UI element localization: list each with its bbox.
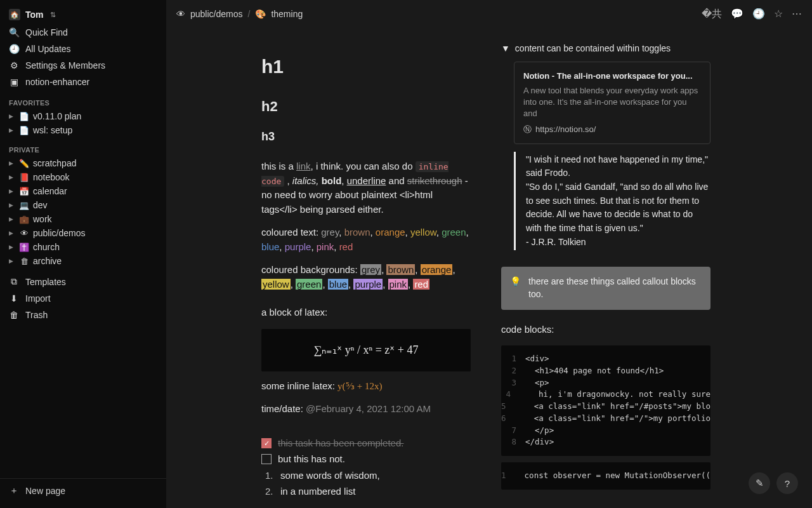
code-line: 5 <a class="link" href="/#posts">my blo <box>501 401 710 413</box>
all-updates-button[interactable]: 🕘 All Updates <box>0 41 166 57</box>
page-icon: ✝️ <box>19 243 29 252</box>
enhancer-button[interactable]: ▣ notion-enhancer <box>0 74 166 90</box>
breadcrumb[interactable]: 👁 public/demos / 🎨 theming <box>176 9 303 19</box>
rich-text-paragraph[interactable]: this is a link, i think. you can also do… <box>261 159 471 217</box>
pen-fab-icon[interactable]: ✎ <box>749 472 770 494</box>
page-icon: 📄 <box>19 126 29 135</box>
templates-label: Templates <box>25 277 66 287</box>
plus-icon: ＋ <box>9 485 19 497</box>
triangle-right-icon[interactable]: ▶ <box>9 216 15 222</box>
workspace-switcher[interactable]: 🏠 Tom ⇅ <box>0 5 166 24</box>
timedate-row[interactable]: time/date: @February 4, 2021 12:00 AM <box>261 402 471 417</box>
sidebar-favorite-item[interactable]: ▶📄v0.11.0 plan <box>0 109 166 123</box>
latex-block[interactable]: ∑ₙ₌₁ˣ yⁿ / xⁿ = zˣ + 47 <box>261 329 471 371</box>
bookmark-block[interactable]: Notion - The all-in-one workspace for yo… <box>514 62 710 144</box>
quick-find-label: Quick Find <box>25 27 68 37</box>
gear-icon: ⚙ <box>9 60 19 70</box>
code-block-html[interactable]: 1<div>2 <h1>404 page not found</h1>3 <p>… <box>501 345 710 456</box>
floating-buttons: ✎ ? <box>749 472 798 494</box>
colour-text-purple: purple <box>285 241 311 252</box>
triangle-down-icon[interactable]: ▼ <box>501 42 510 55</box>
breadcrumb-page[interactable]: theming <box>271 9 303 19</box>
sidebar-private-item[interactable]: ▶📅calendar <box>0 184 166 198</box>
sidebar-private-item[interactable]: ▶📕notebook <box>0 170 166 184</box>
sidebar-private-item[interactable]: ▶✏️scratchpad <box>0 156 166 170</box>
share-icon[interactable]: �共 <box>702 8 722 21</box>
star-icon[interactable]: ☆ <box>774 8 783 21</box>
sidebar-item-label: church <box>33 242 60 252</box>
page-icon: 📅 <box>19 187 29 196</box>
toggle-block[interactable]: ▼ content can be contained within toggle… <box>501 42 710 55</box>
heading-2[interactable]: h2 <box>261 96 471 117</box>
page-icon: 💻 <box>19 201 29 210</box>
text: , i think. you can also do <box>311 161 416 171</box>
numbered-list-item[interactable]: 1.some words of wisdom, <box>261 469 471 483</box>
link[interactable]: link <box>296 161 311 171</box>
history-icon[interactable]: 🕘 <box>752 8 765 21</box>
list-item-text: in a numbered list <box>280 485 355 499</box>
line-content: <p> <box>525 377 549 389</box>
triangle-right-icon[interactable]: ▶ <box>9 202 15 208</box>
checkbox-checked-icon[interactable]: ✓ <box>261 438 272 448</box>
colour-bg-orange: orange <box>421 264 453 275</box>
coloured-text-label: coloured text: <box>261 227 318 237</box>
list-number: 2. <box>265 485 274 499</box>
heading-3[interactable]: h3 <box>261 128 471 145</box>
numbered-list-item[interactable]: 2.in a numbered list <box>261 485 471 499</box>
page-icon: 📄 <box>19 112 29 121</box>
breadcrumb-parent[interactable]: public/demos <box>190 9 243 19</box>
todo-open-row[interactable]: but this has not. <box>261 452 471 467</box>
colour-text-grey: grey <box>321 227 339 237</box>
line-number: 5 <box>501 401 515 413</box>
triangle-right-icon[interactable]: ▶ <box>9 174 15 180</box>
bookmark-description: A new tool that blends your everyday wor… <box>523 85 701 120</box>
latex-inline-row[interactable]: some inline latex: y(⁵⁄₃ + 12x) <box>261 379 471 394</box>
page-icon: 👁 <box>19 229 29 238</box>
quick-find-button[interactable]: 🔍 Quick Find <box>0 24 166 41</box>
todo-done-row[interactable]: ✓ this task has been completed. <box>261 436 471 451</box>
triangle-right-icon[interactable]: ▶ <box>9 230 15 236</box>
triangle-right-icon[interactable]: ▶ <box>9 188 15 194</box>
triangle-right-icon[interactable]: ▶ <box>9 160 15 166</box>
sidebar-item-label: scratchpad <box>33 158 76 168</box>
callout-block[interactable]: 💡 there are these things called callout … <box>501 267 710 309</box>
code-line: 8</div> <box>501 436 710 448</box>
toggle-label: content can be contained within toggles <box>515 42 671 55</box>
trash-button[interactable]: 🗑 Trash <box>0 307 166 323</box>
comments-icon[interactable]: 💬 <box>731 8 743 21</box>
breadcrumb-page-icon: 🎨 <box>255 9 266 19</box>
triangle-right-icon[interactable]: ▶ <box>9 258 15 264</box>
more-icon[interactable]: ⋯ <box>792 8 802 21</box>
coloured-bg-row[interactable]: coloured backgrounds: grey, brown, orang… <box>261 263 471 291</box>
triangle-right-icon[interactable]: ▶ <box>9 127 15 133</box>
line-number: 4 <box>501 389 520 401</box>
quote-block[interactable]: "I wish it need not have happened in my … <box>514 152 710 251</box>
code-block-js[interactable]: 1 const observer = new MutationObserver(… <box>501 462 710 490</box>
colour-text-orange: orange <box>376 227 405 237</box>
colour-bg-grey: grey <box>360 264 381 275</box>
checkbox-empty-icon[interactable] <box>261 454 272 464</box>
import-label: Import <box>25 293 51 304</box>
templates-button[interactable]: ⧉ Templates <box>0 273 166 290</box>
sidebar-favorite-item[interactable]: ▶📄wsl: setup <box>0 123 166 137</box>
sidebar-item-label: archive <box>33 256 62 266</box>
sidebar-private-item[interactable]: ▶✝️church <box>0 240 166 254</box>
sidebar-private-item[interactable]: ▶👁public/demos <box>0 226 166 240</box>
triangle-right-icon[interactable]: ▶ <box>9 244 15 250</box>
list-item-text: some words of wisdom, <box>280 469 380 483</box>
help-fab-icon[interactable]: ? <box>776 472 798 494</box>
colour-bg-red: red <box>413 279 429 290</box>
settings-button[interactable]: ⚙ Settings & Members <box>0 57 166 74</box>
sidebar-item-label: calendar <box>33 186 67 196</box>
sidebar-private-item[interactable]: ▶💻dev <box>0 198 166 212</box>
triangle-right-icon[interactable]: ▶ <box>9 113 15 119</box>
import-button[interactable]: ⬇ Import <box>0 290 166 307</box>
sidebar-private-item[interactable]: ▶🗑archive <box>0 254 166 268</box>
line-content: </p> <box>525 425 554 437</box>
colour-text-blue: blue <box>261 241 279 252</box>
page-icon: 🗑 <box>19 257 29 266</box>
heading-1[interactable]: h1 <box>261 52 471 81</box>
coloured-text-row[interactable]: coloured text: grey, brown, orange, yell… <box>261 225 471 254</box>
new-page-button[interactable]: ＋ New page <box>0 478 166 503</box>
sidebar-private-item[interactable]: ▶💼work <box>0 212 166 226</box>
